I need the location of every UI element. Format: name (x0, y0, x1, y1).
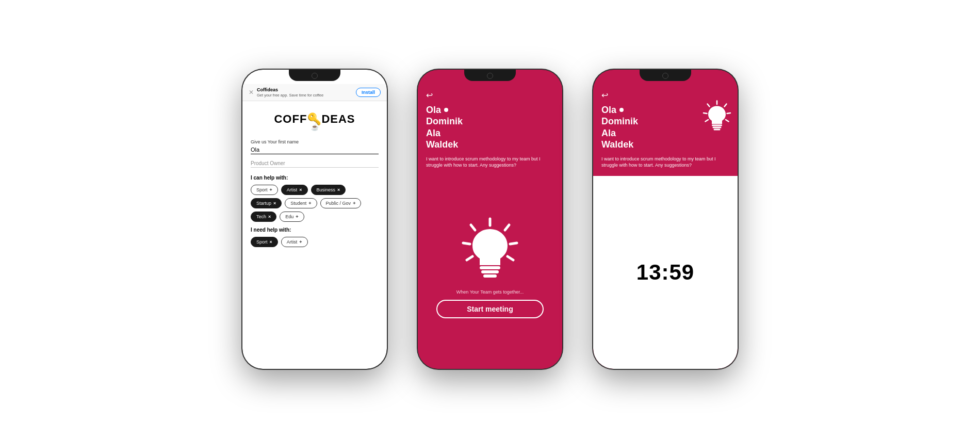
lightbulb-icon-phone2 (459, 216, 521, 283)
app-banner: ✕ Coffideas Get your free app. Save time… (242, 84, 387, 101)
bulb-area-phone2: When Your Team gets together... Start me… (418, 176, 562, 369)
logo-text: COFF🔑DEAS (274, 112, 355, 125)
name-waldek-phone2: Waldek (426, 139, 458, 151)
svg-line-2 (505, 225, 509, 230)
name-ala-phone2: Ala (426, 127, 440, 139)
back-icon-phone3[interactable]: ↩ (601, 90, 729, 100)
can-help-tags: Sport + Artist × Business × Startup × St… (251, 185, 379, 222)
banner-close-icon[interactable]: ✕ (249, 89, 254, 96)
tag-edu-help[interactable]: Edu + (280, 212, 304, 222)
svg-line-4 (510, 243, 517, 244)
need-help-label: I need help with: (251, 227, 379, 233)
banner-app-name: Coffideas (257, 87, 323, 92)
tag-publicgov-help[interactable]: Public / Gov + (320, 198, 362, 208)
name-dominik-phone3: Dominik (601, 116, 638, 127)
name-ola-phone2: Ola (426, 104, 441, 116)
coffideas-logo: COFF🔑DEAS ☕ (251, 112, 379, 131)
question-text-phone2: I want to introduce scrum methodology to… (426, 156, 554, 169)
when-text-phone2: When Your Team gets together... (456, 289, 524, 295)
question-text-phone3: I want to introduce scrum methodology to… (601, 156, 729, 169)
svg-rect-18 (713, 126, 722, 128)
timer-display: 13:59 (636, 260, 694, 285)
name-ala-phone3: Ala (601, 127, 616, 139)
can-help-label: I can help with: (251, 175, 379, 181)
phone-2: ↩ Ola Dominik Ala Waldek I want to intro… (418, 70, 562, 369)
tag-startup-help[interactable]: Startup × (251, 198, 282, 208)
timer-area: 13:59 (593, 176, 738, 369)
tag-student-help[interactable]: Student + (285, 198, 317, 208)
svg-line-16 (726, 120, 729, 122)
svg-line-15 (706, 120, 709, 122)
bulb-top-right-phone3 (701, 100, 732, 135)
svg-line-5 (467, 256, 472, 260)
start-meeting-button[interactable]: Start meeting (436, 300, 544, 318)
install-button[interactable]: Install (356, 88, 381, 97)
tag-tech-help[interactable]: Tech × (251, 212, 276, 222)
name-input[interactable]: Ola (251, 147, 379, 154)
banner-subtitle: Get your free app. Save time for coffee (257, 93, 323, 98)
svg-rect-7 (480, 266, 500, 269)
tag-sport-need[interactable]: Sport × (251, 237, 278, 247)
tag-artist-need[interactable]: Artist + (281, 237, 308, 247)
user-names-phone2: Ola Dominik Ala Waldek (426, 104, 554, 151)
tag-sport-help[interactable]: Sport + (251, 185, 278, 195)
back-icon-phone2[interactable]: ↩ (426, 90, 554, 100)
svg-line-3 (463, 243, 470, 244)
phone-1: ✕ Coffideas Get your free app. Save time… (242, 70, 387, 369)
svg-line-1 (471, 225, 475, 230)
svg-line-12 (725, 104, 727, 106)
svg-rect-19 (714, 128, 721, 130)
svg-rect-8 (481, 270, 499, 273)
tag-artist-help[interactable]: Artist × (281, 185, 308, 195)
name-label: Give us Your first name (251, 139, 379, 144)
svg-rect-9 (483, 274, 497, 278)
role-input[interactable]: Product Owner (251, 160, 379, 168)
name-ola-phone3: Ola (601, 104, 616, 116)
phone-3: ↩ Ola Dominik Ala Waldek I want to intro… (593, 70, 738, 369)
svg-line-13 (704, 113, 707, 113)
name-dominik-phone2: Dominik (426, 116, 463, 127)
svg-line-11 (708, 104, 710, 106)
svg-line-6 (508, 256, 513, 260)
svg-rect-17 (712, 124, 722, 126)
svg-line-14 (727, 113, 731, 113)
name-waldek-phone3: Waldek (601, 139, 633, 151)
tag-business-help[interactable]: Business × (311, 185, 346, 195)
need-help-tags: Sport × Artist + (251, 237, 379, 247)
